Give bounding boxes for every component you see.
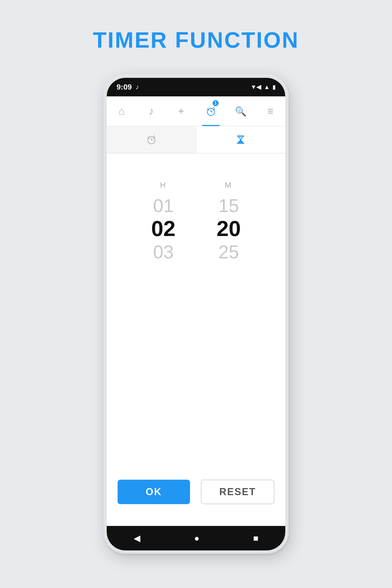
hours-picker[interactable]: H 01 02 03 xyxy=(142,181,185,262)
nav-item-home[interactable]: ⌂ xyxy=(107,96,136,126)
phone-inner: 9:09 ♪ ▼◀ ▲ ▮ ⌂ ♪ + xyxy=(107,78,285,550)
page-title: TIMER FUNCTION xyxy=(93,27,299,53)
music-icon: ♪ xyxy=(149,105,154,117)
home-icon: ⌂ xyxy=(118,105,125,117)
timer-area: H 01 02 03 M 15 20 25 OK xyxy=(107,154,285,526)
recent-button[interactable]: ■ xyxy=(245,531,267,546)
alarm-badge: 1 xyxy=(213,100,219,106)
nav-item-music[interactable]: ♪ xyxy=(136,96,166,126)
nav-item-add[interactable]: + xyxy=(166,96,196,126)
ok-button[interactable]: OK xyxy=(118,480,190,504)
search-icon: 🔍 xyxy=(235,106,246,117)
reset-button[interactable]: RESET xyxy=(201,480,274,504)
top-nav: ⌂ ♪ + 1 xyxy=(107,96,285,126)
nav-item-search[interactable]: 🔍 xyxy=(226,96,255,126)
home-button[interactable]: ● xyxy=(186,531,207,546)
sub-tab-timer[interactable] xyxy=(196,126,286,153)
hour-prev[interactable]: 01 xyxy=(142,195,185,216)
minute-prev[interactable]: 15 xyxy=(207,195,250,216)
minutes-label: M xyxy=(225,181,232,189)
sub-alarm-clock-icon: 1 xyxy=(145,133,158,146)
picker-container: H 01 02 03 M 15 20 25 xyxy=(142,181,250,262)
nav-item-alarm[interactable]: 1 xyxy=(196,96,226,126)
minute-selected[interactable]: 20 xyxy=(207,216,250,241)
alarm-clock-icon xyxy=(205,105,217,118)
sub-tabs: 1 xyxy=(107,126,285,154)
wifi-icon: ▼◀ xyxy=(250,84,261,91)
phone-shell: 9:09 ♪ ▼◀ ▲ ▮ ⌂ ♪ + xyxy=(103,75,289,554)
hours-label: H xyxy=(160,181,167,189)
add-icon: + xyxy=(178,105,184,117)
menu-icon: ≡ xyxy=(267,105,273,117)
svg-point-5 xyxy=(213,107,214,108)
button-row: OK RESET xyxy=(107,480,285,504)
music-status-icon: ♪ xyxy=(136,83,139,91)
back-button[interactable]: ◀ xyxy=(125,530,149,546)
battery-icon: ▮ xyxy=(272,84,275,90)
status-bar: 9:09 ♪ ▼◀ ▲ ▮ xyxy=(107,78,285,96)
nav-item-menu[interactable]: ≡ xyxy=(256,96,285,126)
status-time: 9:09 xyxy=(117,83,132,91)
hour-selected[interactable]: 02 xyxy=(142,216,185,241)
status-left: 9:09 ♪ xyxy=(117,83,139,91)
status-right: ▼◀ ▲ ▮ xyxy=(250,84,275,91)
hour-next[interactable]: 03 xyxy=(142,241,185,262)
svg-text:1: 1 xyxy=(153,134,155,137)
app-content: ⌂ ♪ + 1 xyxy=(107,96,285,526)
sub-tab-alarm[interactable]: 1 xyxy=(107,126,196,153)
hourglass-icon xyxy=(234,133,247,146)
bottom-nav: ◀ ● ■ xyxy=(107,526,285,550)
minute-next[interactable]: 25 xyxy=(207,241,250,262)
minutes-picker[interactable]: M 15 20 25 xyxy=(207,181,250,262)
signal-icon: ▲ xyxy=(264,84,270,91)
